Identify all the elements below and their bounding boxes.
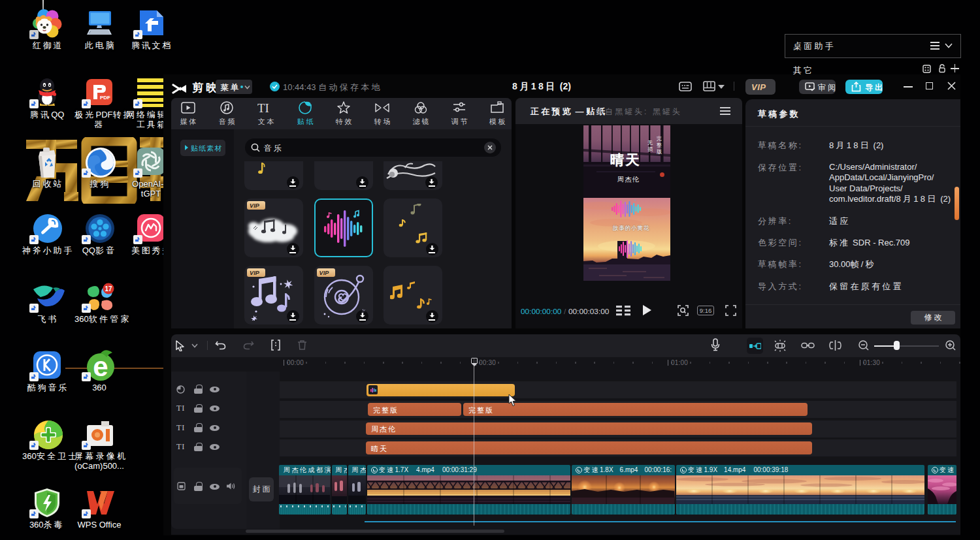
svg-text:17: 17 — [105, 285, 112, 293]
svg-text:TI: TI — [257, 101, 269, 114]
svg-text:PDF: PDF — [100, 95, 110, 101]
